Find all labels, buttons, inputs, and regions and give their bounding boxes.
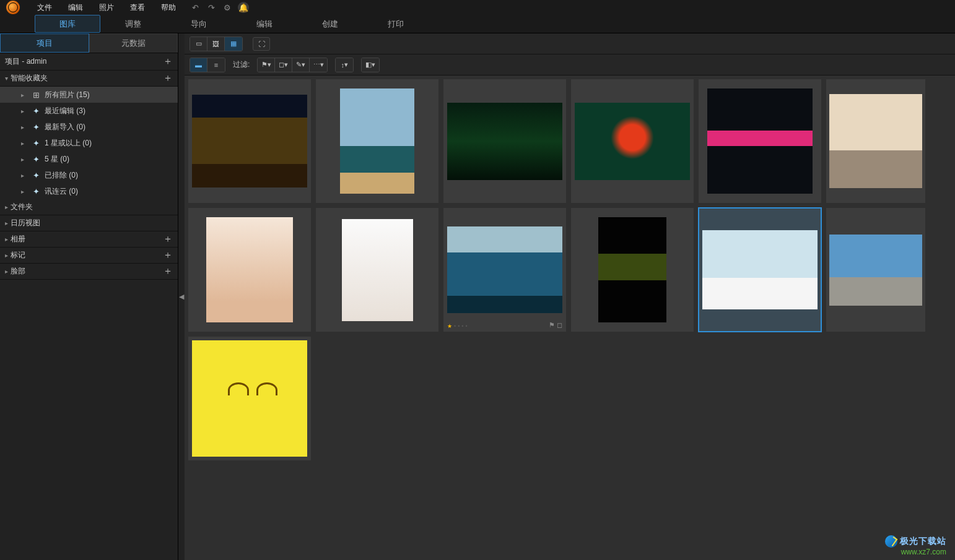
tree-excluded-label: 已排除 (0): [45, 170, 78, 181]
photo-cell[interactable]: [571, 79, 694, 203]
tree-recent-import[interactable]: ▸✦ 最新导入 (0): [0, 119, 178, 135]
sparkle-icon: ✦: [31, 138, 41, 148]
menubar: 文件 编辑 照片 查看 帮助 ↶ ↷ ⚙ 🔔: [0, 0, 955, 15]
sort-icon[interactable]: ↕▾: [336, 58, 353, 72]
photo-cell[interactable]: [188, 79, 311, 203]
tree-faces-label: 脸部: [11, 267, 25, 275]
watermark-logo-icon: [885, 535, 897, 548]
rating-bar[interactable]: ★••••: [447, 323, 468, 329]
tree-smart-label: 智能收藏夹: [11, 74, 48, 82]
tree-cloud-label: 讯连云 (0): [45, 186, 78, 197]
undo-icon[interactable]: ↶: [190, 2, 201, 13]
tab-create[interactable]: 创建: [297, 15, 363, 33]
filter-flag-icon[interactable]: ⚑▾: [258, 58, 275, 72]
tree-section-faces[interactable]: ▸脸部 ＋: [0, 264, 178, 280]
photo-cell[interactable]: [443, 79, 566, 203]
tree-tags-label: 标记: [11, 251, 25, 259]
view-grid-icon[interactable]: ▦: [225, 37, 242, 51]
thumbnail: [829, 235, 922, 306]
add-album-button[interactable]: ＋: [163, 233, 173, 246]
sidebar-collapse-handle[interactable]: ◀: [178, 33, 185, 560]
photo-badges: ⚑◻: [549, 321, 562, 329]
tab-edit[interactable]: 编辑: [232, 15, 297, 33]
menu-help[interactable]: 帮助: [154, 1, 183, 15]
filter-brush-icon[interactable]: ✎▾: [292, 58, 310, 72]
filter-label: 过滤:: [233, 59, 250, 70]
tab-library[interactable]: 图库: [35, 15, 100, 33]
thumbnail: [447, 103, 562, 180]
photo-grid-scroll[interactable]: ★•••• ⚑◻: [185, 75, 955, 560]
add-tag-button[interactable]: ＋: [163, 249, 173, 262]
add-smart-folder-button[interactable]: ＋: [163, 72, 173, 85]
photo-cell[interactable]: [571, 208, 694, 332]
tab-adjust[interactable]: 调整: [100, 15, 166, 33]
sparkle-icon: ✦: [31, 106, 41, 116]
sparkle-icon: ✦: [31, 122, 41, 132]
menu-view[interactable]: 查看: [123, 1, 152, 15]
thumbnail: [575, 103, 690, 180]
view-toolbar: ▭ 🖼 ▦ ⛶: [185, 33, 955, 54]
tab-guide[interactable]: 导向: [166, 15, 232, 33]
menu-edit[interactable]: 编辑: [61, 1, 90, 15]
tree-1star[interactable]: ▸✦ 1 星或以上 (0): [0, 135, 178, 151]
content-area: ▭ 🖼 ▦ ⛶ ▬ ≡ 过滤: ⚑▾ ◻▾ ✎▾ ⋯▾ ↕▾ ◧▾: [185, 33, 955, 560]
watermark-name: 极光下载站: [900, 536, 946, 546]
fullscreen-icon[interactable]: ⛶: [253, 37, 270, 51]
tree-calendar-label: 日历视图: [11, 218, 40, 227]
sparkle-icon: ✦: [31, 154, 41, 164]
photo-cell-selected[interactable]: [699, 208, 821, 332]
tree-excluded[interactable]: ▸✦ 已排除 (0): [0, 167, 178, 183]
project-header-label: 项目 - admin: [5, 56, 46, 67]
sidetab-project[interactable]: 项目: [0, 33, 89, 53]
add-project-button[interactable]: ＋: [163, 55, 173, 68]
menu-file[interactable]: 文件: [30, 1, 59, 15]
tree-5star[interactable]: ▸✦ 5 星 (0): [0, 151, 178, 167]
tree-albums-label: 相册: [11, 235, 25, 243]
photo-cell[interactable]: [316, 79, 438, 203]
photo-cell[interactable]: [699, 79, 821, 203]
settings-icon[interactable]: ⚙: [222, 2, 233, 13]
filter-label-icon[interactable]: ◻▾: [275, 58, 292, 72]
add-face-button[interactable]: ＋: [163, 265, 173, 278]
menu-photo[interactable]: 照片: [92, 1, 121, 15]
sidebar: 项目 元数据 项目 - admin ＋ ▾智能收藏夹 ＋ ▸⊞ 所有照片 (15…: [0, 33, 178, 560]
filter-more-icon[interactable]: ⋯▾: [310, 58, 327, 72]
tree-folders-label: 文件夹: [11, 202, 33, 211]
tree-section-folders[interactable]: ▸文件夹: [0, 199, 178, 215]
thumbnail: [447, 226, 562, 313]
star-icon: ★: [447, 323, 452, 329]
photo-cell[interactable]: [188, 337, 311, 460]
grid-icon: ⊞: [31, 90, 41, 100]
photo-cell[interactable]: [826, 208, 925, 332]
tree: ▾智能收藏夹 ＋ ▸⊞ 所有照片 (15) ▸✦ 最近编辑 (3) ▸✦ 最新导…: [0, 71, 178, 560]
tree-section-calendar[interactable]: ▸日历视图: [0, 215, 178, 231]
tree-all-photos[interactable]: ▸⊞ 所有照片 (15): [0, 87, 178, 103]
redo-icon[interactable]: ↷: [206, 2, 217, 13]
view-image-icon[interactable]: 🖼: [207, 37, 225, 51]
layout-strip-icon[interactable]: ▬: [190, 58, 207, 72]
tab-print[interactable]: 打印: [363, 15, 429, 33]
tree-recent-edit[interactable]: ▸✦ 最近编辑 (3): [0, 103, 178, 119]
watermark: 极光下载站 www.xz7.com: [885, 535, 946, 556]
thumbnail: [206, 217, 293, 322]
thumbnail: [598, 217, 666, 322]
photo-cell[interactable]: [188, 208, 311, 332]
color-label-icon[interactable]: ◧▾: [362, 58, 379, 72]
tree-section-smart[interactable]: ▾智能收藏夹 ＋: [0, 71, 178, 87]
photo-grid: ★•••• ⚑◻: [188, 79, 951, 460]
sidetab-metadata[interactable]: 元数据: [89, 33, 178, 53]
sparkle-icon: ✦: [31, 170, 41, 180]
sparkle-icon: ✦: [31, 186, 41, 196]
app-logo-icon: [6, 1, 20, 14]
tree-cloud[interactable]: ▸✦ 讯连云 (0): [0, 183, 178, 199]
main-tabs: 图库 调整 导向 编辑 创建 打印: [0, 15, 955, 33]
label-icon: ◻: [557, 321, 562, 329]
tree-section-tags[interactable]: ▸标记 ＋: [0, 248, 178, 264]
layout-list-icon[interactable]: ≡: [207, 58, 225, 72]
notifications-icon[interactable]: 🔔: [238, 2, 249, 13]
tree-section-albums[interactable]: ▸相册 ＋: [0, 231, 178, 248]
photo-cell[interactable]: [826, 79, 925, 203]
view-single-icon[interactable]: ▭: [190, 37, 207, 51]
photo-cell[interactable]: ★•••• ⚑◻: [443, 208, 566, 332]
photo-cell[interactable]: [316, 208, 438, 332]
